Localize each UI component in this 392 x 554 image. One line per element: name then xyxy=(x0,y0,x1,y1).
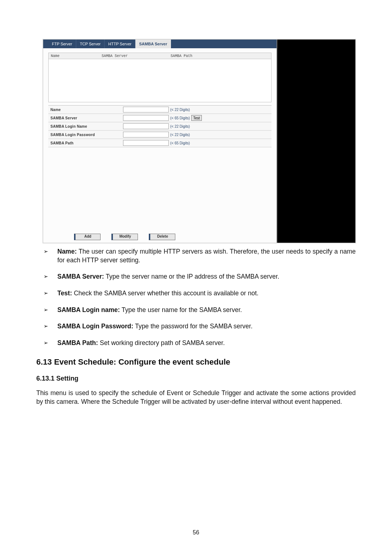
input-samba-path[interactable] xyxy=(123,140,169,146)
bullet-samba-path-bold: SAMBA Path: xyxy=(57,339,98,346)
input-login-password[interactable] xyxy=(123,132,169,138)
samba-server-config-screenshot: FTP Server TCP Server HTTP Server SAMBA … xyxy=(43,39,356,243)
row-samba-server: SAMBA Server (< 65 Digits) Test xyxy=(48,114,271,122)
bullet-samba-path-text: Set working directory path of SAMBA serv… xyxy=(98,339,225,346)
row-login-password: SAMBA Login Password (< 22 Digits) xyxy=(48,131,271,139)
config-panel: FTP Server TCP Server HTTP Server SAMBA … xyxy=(43,40,277,243)
input-login-name[interactable] xyxy=(123,123,169,129)
col-path: SAMBA Path xyxy=(171,54,271,58)
hint-login-password: (< 22 Digits) xyxy=(170,133,190,137)
bullet-login-password: SAMBA Login Password: Type the password … xyxy=(43,322,356,331)
subsection-heading: 6.13.1 Setting xyxy=(36,375,356,382)
server-list-body[interactable] xyxy=(48,59,271,102)
section-paragraph: This menu is used to specify the schedul… xyxy=(36,389,356,406)
tab-tcp-server[interactable]: TCP Server xyxy=(76,40,105,48)
tab-ftp-server[interactable]: FTP Server xyxy=(48,40,76,48)
section-heading: 6.13 Event Schedule: Configure the event… xyxy=(36,357,356,367)
server-tabs: FTP Server TCP Server HTTP Server SAMBA … xyxy=(43,40,277,48)
bullet-login-name-text: Type the user name for the SAMBA server. xyxy=(120,306,242,313)
label-login-password: SAMBA Login Password xyxy=(48,133,123,137)
page-number: 56 xyxy=(0,529,392,536)
bullet-test-text: Check the SAMBA server whether this acco… xyxy=(72,290,259,297)
input-name[interactable] xyxy=(123,107,169,112)
hint-name: (< 22 Digits) xyxy=(170,108,190,112)
bullet-login-password-text: Type the password for the SAMBA server. xyxy=(133,323,252,330)
bullet-samba-server-bold: SAMBA Server: xyxy=(57,273,104,280)
action-button-bar: Add Modify Delete xyxy=(74,234,175,240)
tab-samba-server[interactable]: SAMBA Server xyxy=(135,40,171,48)
bullet-login-name: SAMBA Login name: Type the user name for… xyxy=(43,306,356,315)
bullet-login-password-bold: SAMBA Login Password: xyxy=(57,323,133,330)
col-server: SAMBA Server xyxy=(102,54,171,58)
hint-samba-server: (< 65 Digits) xyxy=(170,116,190,120)
bullet-samba-server-text: Type the server name or the IP address o… xyxy=(104,273,279,280)
test-button[interactable]: Test xyxy=(191,115,201,121)
bullet-test: Test: Check the SAMBA server whether thi… xyxy=(43,289,356,298)
bullet-login-name-bold: SAMBA Login name: xyxy=(57,306,120,313)
input-samba-server[interactable] xyxy=(123,115,169,121)
row-name: Name (< 22 Digits) xyxy=(48,106,271,114)
label-samba-server: SAMBA Server xyxy=(48,116,123,120)
tab-http-server[interactable]: HTTP Server xyxy=(105,40,135,48)
label-samba-path: SAMBA Path xyxy=(48,141,123,145)
bullet-name-text: The user can specify multiple HTTP serve… xyxy=(57,248,356,264)
bullet-test-bold: Test: xyxy=(57,290,72,297)
document-body: Name: The user can specify multiple HTTP… xyxy=(43,247,356,347)
row-samba-path: SAMBA Path (< 65 Digits) xyxy=(48,139,271,147)
hint-samba-path: (< 65 Digits) xyxy=(170,141,190,145)
row-login-name: SAMBA Login Name (< 22 Digits) xyxy=(48,122,271,131)
hint-login-name: (< 22 Digits) xyxy=(170,124,190,128)
modify-button[interactable]: Modify xyxy=(111,234,138,240)
samba-form: Name (< 22 Digits) SAMBA Server (< 65 Di… xyxy=(48,105,271,147)
label-login-name: SAMBA Login Name xyxy=(48,124,123,128)
label-name: Name xyxy=(48,108,123,112)
delete-button[interactable]: Delete xyxy=(149,234,175,240)
col-name: Name xyxy=(49,54,102,58)
bullet-samba-server: SAMBA Server: Type the server name or th… xyxy=(43,272,356,281)
add-button[interactable]: Add xyxy=(74,234,101,240)
server-list-header: Name SAMBA Server SAMBA Path xyxy=(48,53,271,59)
bullet-samba-path: SAMBA Path: Set working directory path o… xyxy=(43,339,356,348)
bullet-name-bold: Name: xyxy=(57,248,77,255)
bullet-name: Name: The user can specify multiple HTTP… xyxy=(43,247,356,264)
